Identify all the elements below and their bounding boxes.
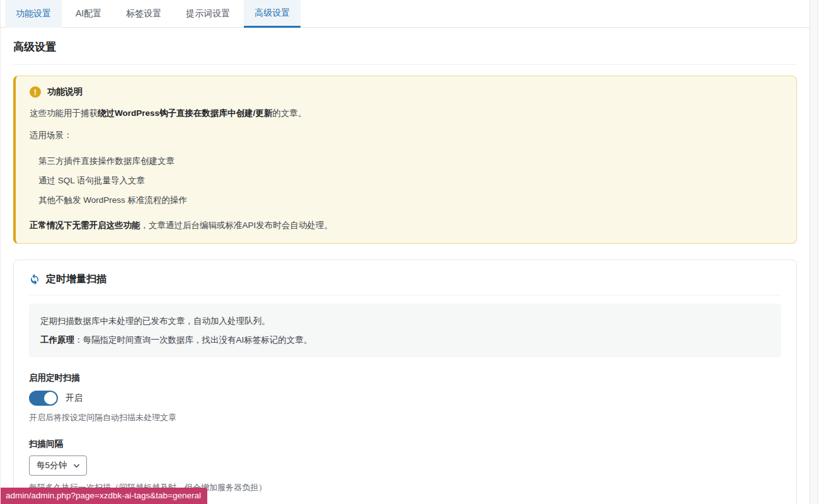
scan-info-line2: 工作原理：每隔指定时间查询一次数据库，找出没有AI标签标记的文章。 (40, 331, 770, 350)
tab-tag-settings[interactable]: 标签设置 (115, 0, 172, 28)
enable-scan-toggle-row: 开启 (29, 391, 781, 406)
scrollbar-divider (817, 0, 818, 504)
notice-scenarios-label: 适用场景： (30, 129, 781, 142)
page-title: 高级设置 (13, 40, 797, 54)
notice-title: 功能说明 (47, 86, 83, 98)
tab-advanced-settings[interactable]: 高级设置 (244, 0, 301, 28)
toggle-knob (44, 392, 57, 404)
scan-info-box: 定期扫描数据库中未处理的已发布文章，自动加入处理队列。 工作原理：每隔指定时间查… (29, 304, 781, 357)
feature-notice: ! 功能说明 这些功能用于捕获绕过WordPress钩子直接在数据库中创建/更新… (13, 76, 797, 244)
scenario-item: 其他不触发 WordPress 标准流程的操作 (38, 190, 781, 210)
sync-refresh-icon (29, 273, 40, 285)
scan-interval-value: 每5分钟 (37, 460, 67, 471)
scenario-item: 通过 SQL 语句批量导入文章 (38, 171, 781, 190)
enable-scan-toggle[interactable] (29, 391, 58, 406)
notice-footer: 正常情况下无需开启这些功能，文章通过后台编辑或标准API发布时会自动处理。 (30, 219, 781, 232)
settings-tabbar: 功能设置 AI配置 标签设置 提示词设置 高级设置 (1, 0, 810, 28)
tab-panel-advanced: 高级设置 ! 功能说明 这些功能用于捕获绕过WordPress钩子直接在数据库中… (1, 40, 810, 504)
scrollbar-track[interactable] (810, 0, 819, 504)
scenario-list: 第三方插件直接操作数据库创建文章 通过 SQL 语句批量导入文章 其他不触发 W… (30, 151, 781, 210)
tab-ai-config[interactable]: AI配置 (65, 0, 112, 28)
tab-prompt-settings[interactable]: 提示词设置 (175, 0, 241, 28)
warning-icon: ! (30, 86, 41, 98)
scan-info-line1: 定期扫描数据库中未处理的已发布文章，自动加入处理队列。 (40, 312, 770, 331)
settings-page: 功能设置 AI配置 标签设置 提示词设置 高级设置 高级设置 ! 功能说明 这些… (0, 0, 810, 504)
enable-scan-label: 启用定时扫描 (29, 372, 781, 384)
scan-interval-select[interactable]: 每5分钟 (29, 455, 87, 476)
card-divider (29, 295, 781, 295)
title-divider (13, 64, 797, 65)
scenario-item: 第三方插件直接操作数据库创建文章 (38, 151, 781, 171)
scan-interval-label: 扫描间隔 (29, 438, 781, 450)
chevron-down-icon (73, 462, 80, 469)
tab-function-settings[interactable]: 功能设置 (5, 0, 62, 28)
enable-scan-desc: 开启后将按设定间隔自动扫描未处理文章 (29, 412, 781, 423)
card-title-row: 定时增量扫描 (29, 273, 781, 286)
card-title: 定时增量扫描 (46, 273, 106, 286)
toggle-state-text: 开启 (66, 392, 83, 404)
notice-intro: 这些功能用于捕获绕过WordPress钩子直接在数据库中创建/更新的文章。 (30, 107, 781, 120)
scheduled-scan-card: 定时增量扫描 定期扫描数据库中未处理的已发布文章，自动加入处理队列。 工作原理：… (13, 260, 797, 504)
link-status-bar: admin/admin.php?page=xzdbk-ai-tags&tab=g… (1, 488, 207, 504)
